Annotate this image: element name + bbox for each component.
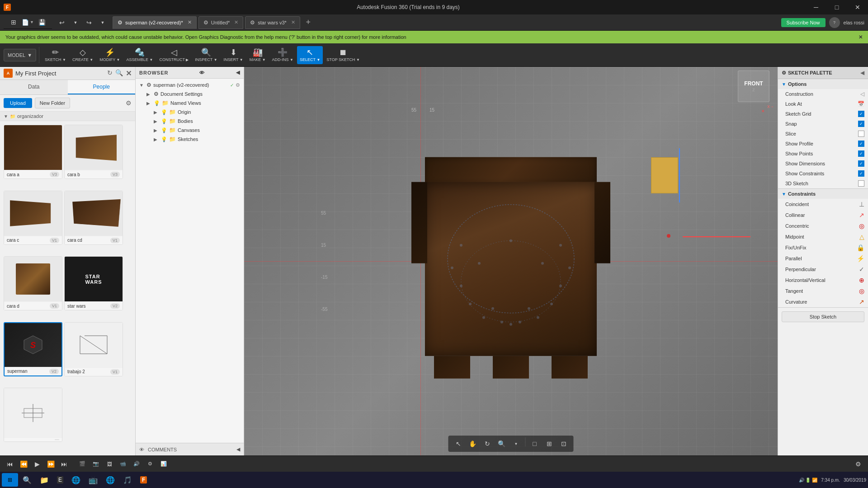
file-button[interactable]: 📄▼ <box>21 16 35 28</box>
modify-tool[interactable]: ⚡ MODIFY ▼ <box>97 46 123 64</box>
addins-tool[interactable]: ➕ ADD-INS ▼ <box>269 46 296 64</box>
canvas-tool-cursor[interactable]: ↖ <box>452 437 465 450</box>
options-section-header[interactable]: ▼ Options <box>778 79 868 89</box>
coincident-icon[interactable]: ⊥ <box>859 201 864 208</box>
folder-arrow[interactable]: ▼ <box>4 114 8 119</box>
taskbar-browser[interactable]: 🌐 <box>68 473 84 487</box>
bodies-arrow[interactable]: ▶ <box>154 119 159 124</box>
search-button[interactable]: 🔍 <box>115 69 123 78</box>
construct-tool[interactable]: ◁ CONSTRUCT ▶ <box>156 46 191 64</box>
file-item[interactable]: cara d V1 <box>4 256 62 310</box>
new-folder-button[interactable]: New Folder <box>35 98 70 108</box>
look-at-icon[interactable]: 📅 <box>858 101 864 107</box>
timeline-btn-5[interactable]: 🔊 <box>130 458 143 470</box>
create-tool[interactable]: ◇ CREATE ▼ <box>70 46 96 64</box>
file-item[interactable]: trabajo 2 V1 <box>64 322 123 376</box>
sketch-palette-expand[interactable]: ◀ <box>860 70 864 76</box>
taskbar-files[interactable]: 📁 <box>36 473 52 487</box>
timeline-btn-2[interactable]: 📷 <box>90 458 102 470</box>
undo-arrow[interactable]: ▼ <box>69 16 82 29</box>
stop-sketch-tool[interactable]: ⏹ STOP SKETCH ▼ <box>324 46 363 64</box>
playback-prev[interactable]: ⏪ <box>17 458 30 470</box>
sketch-grid-checkbox[interactable]: ✓ <box>858 111 864 117</box>
constraints-section-header[interactable]: ▼ Constraints <box>778 189 868 199</box>
minimize-button[interactable]: ─ <box>806 0 826 14</box>
browser-named-views[interactable]: ▶ 💡 📁 Named Views <box>136 99 244 108</box>
tangent-icon[interactable]: ◎ <box>859 287 864 295</box>
save-button[interactable]: 💾 <box>36 16 48 28</box>
refresh-button[interactable]: ↻ <box>107 69 113 78</box>
horiz-vert-icon[interactable]: ⊕ <box>859 277 864 284</box>
nav-cube[interactable]: FRONT Z X→ ✕ <box>738 70 774 107</box>
file-item[interactable]: cara a V3 <box>4 125 62 179</box>
playback-play[interactable]: ▶ <box>31 458 43 470</box>
3d-sketch-checkbox[interactable] <box>858 180 864 187</box>
tab-close-untitled[interactable]: ✕ <box>234 19 238 25</box>
close-panel-button[interactable]: ✕ <box>126 69 132 78</box>
origin-arrow[interactable]: ▶ <box>154 110 159 115</box>
tab-close-superman[interactable]: ✕ <box>188 19 192 25</box>
file-item[interactable]: cara cd V1 <box>64 191 123 245</box>
tab-superman[interactable]: ⚙ superman (v2-recovered)* ✕ <box>113 16 197 29</box>
taskbar-fusion[interactable]: F <box>137 473 151 487</box>
root-settings-icon[interactable]: ⚙ <box>236 82 240 88</box>
tab-close-starwars[interactable]: ✕ <box>291 19 295 25</box>
fix-unfix-icon[interactable]: 🔒 <box>857 244 864 251</box>
inspect-tool[interactable]: 🔍 INSPECT ▼ <box>192 46 220 64</box>
sketches-arrow[interactable]: ▶ <box>154 137 159 142</box>
canvases-arrow[interactable]: ▶ <box>154 128 159 133</box>
comments-collapse[interactable]: ◀ <box>236 446 240 452</box>
browser-sketches[interactable]: ▶ 💡 📁 Sketches <box>136 135 244 144</box>
sketch-tool[interactable]: ✏ SKETCH ▼ <box>42 46 69 64</box>
canvas-tool-orbit[interactable]: ↻ <box>481 437 494 450</box>
browser-origin[interactable]: ▶ 💡 📁 Origin <box>136 108 244 117</box>
grid-view-button[interactable]: ⊞ <box>7 16 20 28</box>
construction-icon[interactable]: ◁ <box>860 91 864 97</box>
collinear-icon[interactable]: ↗ <box>859 211 864 219</box>
slice-checkbox[interactable] <box>858 131 864 137</box>
taskbar-search[interactable]: 🔍 <box>19 473 35 487</box>
browser-doc-settings[interactable]: ▶ ⚙ Document Settings <box>136 89 244 99</box>
taskbar-chrome[interactable]: 🌐 <box>102 473 118 487</box>
model-select[interactable]: MODEL ▼ <box>4 49 36 61</box>
tab-data[interactable]: Data <box>0 80 68 94</box>
add-tab-button[interactable]: + <box>302 16 315 29</box>
canvas-tool-look[interactable]: 🔍 <box>495 437 508 450</box>
show-dimensions-checkbox[interactable]: ✓ <box>858 160 864 167</box>
close-button[interactable]: ✕ <box>847 0 868 14</box>
timeline-settings[interactable]: ⚙ <box>852 458 864 470</box>
browser-collapse-icon[interactable]: ◀ <box>236 70 240 75</box>
upload-button[interactable]: Upload <box>4 98 32 108</box>
canvas-tool-grid[interactable]: ⊞ <box>543 437 556 450</box>
taskbar-epic[interactable]: E <box>53 473 67 487</box>
taskbar-spotify[interactable]: 🎵 <box>119 473 136 487</box>
named-views-arrow[interactable]: ▶ <box>146 101 152 106</box>
canvas-tool-pan[interactable]: ✋ <box>467 437 479 450</box>
undo-button[interactable]: ↩ <box>56 16 68 29</box>
perpendicular-icon[interactable]: ✓ <box>859 266 864 273</box>
parallel-icon[interactable]: ⚡ <box>857 255 864 262</box>
select-tool[interactable]: ↖ SELECT ▼ <box>297 46 323 64</box>
file-item-selected[interactable]: S superman V2 <box>4 322 62 376</box>
taskbar-app[interactable]: 📺 <box>85 473 101 487</box>
playback-end[interactable]: ⏭ <box>58 458 71 470</box>
browser-canvases[interactable]: ▶ 💡 📁 Canvases <box>136 126 244 135</box>
maximize-button[interactable]: □ <box>826 0 847 14</box>
canvas-tool-display[interactable]: □ <box>528 437 541 450</box>
timeline-btn-1[interactable]: 🎬 <box>76 458 89 470</box>
browser-root-item[interactable]: ▼ ⚙ superman (v2-recovered) ✓ ⚙ <box>136 80 244 89</box>
timeline-btn-3[interactable]: 🖼 <box>103 458 116 470</box>
tab-untitled[interactable]: ⚙ Untitled* ✕ <box>198 16 244 29</box>
timeline-btn-7[interactable]: 📊 <box>157 458 170 470</box>
timeline-btn-4[interactable]: 📹 <box>117 458 129 470</box>
redo-button[interactable]: ↪ <box>83 16 95 29</box>
make-tool[interactable]: 🏭 MAKE ▼ <box>247 46 269 64</box>
notification-close[interactable]: ✕ <box>859 34 863 40</box>
file-item[interactable]: cara b V3 <box>64 125 123 179</box>
canvas-tool-zoom-arrow[interactable]: ▼ <box>510 437 523 450</box>
file-item[interactable]: STARWARS star wars V2 <box>64 256 123 310</box>
panel-settings-icon[interactable]: ⚙ <box>126 99 132 107</box>
tab-people[interactable]: People <box>68 80 136 94</box>
playback-next[interactable]: ⏩ <box>44 458 57 470</box>
root-expand-arrow[interactable]: ▼ <box>139 83 145 88</box>
